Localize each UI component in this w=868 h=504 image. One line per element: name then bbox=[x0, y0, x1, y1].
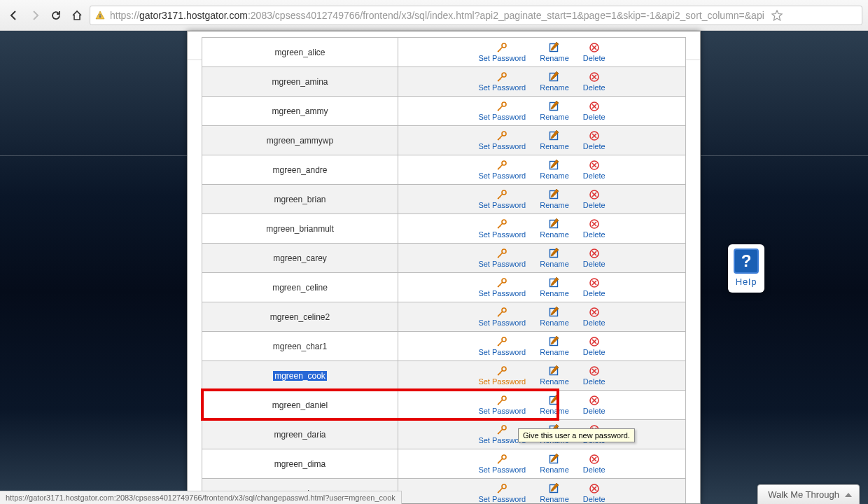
set-password-label: Set Password bbox=[478, 260, 526, 268]
set-password-link[interactable]: Set Password bbox=[478, 101, 526, 121]
delete-link[interactable]: Delete bbox=[583, 71, 606, 92]
set-password-label: Set Password bbox=[478, 54, 526, 62]
rename-link[interactable]: Rename bbox=[540, 365, 569, 386]
set-password-link[interactable]: Set Password bbox=[478, 365, 526, 386]
bookmark-star-icon[interactable] bbox=[769, 7, 785, 24]
set-password-label: Set Password bbox=[478, 289, 526, 298]
edit-icon bbox=[549, 101, 560, 112]
rename-label: Rename bbox=[540, 201, 569, 209]
set-password-link[interactable]: Set Password bbox=[478, 248, 526, 268]
delete-label: Delete bbox=[583, 54, 606, 62]
set-password-link[interactable]: Set Password bbox=[478, 160, 526, 180]
rename-link[interactable]: Rename bbox=[540, 248, 569, 268]
table-row: mgreen_aliceSet PasswordRenameDelete bbox=[202, 38, 686, 67]
delete-link[interactable]: Delete bbox=[583, 395, 606, 415]
rename-link[interactable]: Rename bbox=[540, 71, 569, 92]
username-text: mgreen_daniel bbox=[272, 400, 328, 410]
username-text: mgreen_carey bbox=[273, 253, 327, 263]
delete-link[interactable]: Delete bbox=[583, 189, 606, 209]
rename-link[interactable]: Rename bbox=[540, 189, 569, 209]
help-widget[interactable]: ? Help bbox=[728, 244, 764, 293]
rename-link[interactable]: Rename bbox=[540, 130, 569, 150]
set-password-link[interactable]: Set Password bbox=[478, 454, 526, 474]
set-password-link[interactable]: Set Password bbox=[478, 218, 526, 239]
delete-icon bbox=[589, 71, 600, 83]
set-password-label: Set Password bbox=[478, 407, 526, 415]
delete-link[interactable]: Delete bbox=[583, 218, 606, 239]
url-text: https://gator3171.hostgator.com:2083/cps… bbox=[110, 10, 764, 21]
username-text: mgreen_ammywp bbox=[267, 136, 333, 146]
actions-cell: Set PasswordRenameDelete bbox=[398, 97, 686, 126]
delete-link[interactable]: Delete bbox=[583, 365, 606, 386]
set-password-link[interactable]: Set Password bbox=[478, 395, 526, 415]
rename-label: Rename bbox=[540, 172, 569, 180]
rename-link[interactable]: Rename bbox=[540, 160, 569, 180]
rename-link[interactable]: Rename bbox=[540, 277, 569, 298]
username-cell: mgreen_char1 bbox=[202, 332, 398, 361]
set-password-link[interactable]: Set Password bbox=[478, 336, 526, 356]
delete-icon bbox=[589, 483, 600, 494]
delete-link[interactable]: Delete bbox=[583, 101, 606, 121]
actions-cell: Set PasswordRenameDelete bbox=[398, 38, 686, 67]
set-password-link[interactable]: Set Password bbox=[478, 483, 526, 503]
set-password-label: Set Password bbox=[478, 201, 526, 209]
rename-link[interactable]: Rename bbox=[540, 307, 569, 327]
key-icon bbox=[496, 189, 507, 200]
delete-link[interactable]: Delete bbox=[583, 454, 606, 474]
rename-link[interactable]: Rename bbox=[540, 395, 569, 415]
rename-link[interactable]: Rename bbox=[540, 42, 569, 62]
delete-link[interactable]: Delete bbox=[583, 336, 606, 356]
rename-link[interactable]: Rename bbox=[540, 101, 569, 121]
username-text: mgreen_celine2 bbox=[270, 312, 330, 322]
set-password-label: Set Password bbox=[478, 142, 526, 150]
rename-label: Rename bbox=[540, 465, 569, 474]
set-password-label: Set Password bbox=[478, 318, 526, 327]
set-password-link[interactable]: Set Password bbox=[478, 71, 526, 92]
delete-label: Delete bbox=[583, 83, 606, 92]
set-password-link[interactable]: Set Password bbox=[478, 189, 526, 209]
username-cell: mgreen_celine bbox=[202, 273, 398, 302]
delete-link[interactable]: Delete bbox=[583, 130, 606, 150]
key-icon bbox=[496, 160, 507, 171]
rename-link[interactable]: Rename bbox=[540, 218, 569, 239]
delete-icon bbox=[589, 336, 600, 347]
delete-label: Delete bbox=[583, 172, 606, 180]
rename-link[interactable]: Rename bbox=[540, 454, 569, 474]
delete-link[interactable]: Delete bbox=[583, 248, 606, 268]
back-button[interactable] bbox=[6, 7, 22, 24]
rename-link[interactable]: Rename bbox=[540, 336, 569, 356]
rename-label: Rename bbox=[540, 495, 569, 503]
delete-link[interactable]: Delete bbox=[583, 277, 606, 298]
delete-link[interactable]: Delete bbox=[583, 160, 606, 180]
delete-link[interactable]: Delete bbox=[583, 42, 606, 62]
set-password-link[interactable]: Set Password bbox=[478, 130, 526, 150]
actions-cell: Set PasswordRenameDelete bbox=[398, 67, 686, 97]
home-button[interactable] bbox=[69, 7, 85, 24]
rename-label: Rename bbox=[540, 230, 569, 239]
walk-me-through-button[interactable]: Walk Me Through bbox=[757, 484, 860, 504]
set-password-link[interactable]: Set Password bbox=[478, 307, 526, 327]
actions-cell: Set PasswordRenameDelete bbox=[398, 214, 686, 244]
username-text: mgreen_dima bbox=[274, 459, 326, 469]
status-bar: https://gator3171.hostgator.com:2083/cps… bbox=[0, 491, 402, 504]
delete-label: Delete bbox=[583, 465, 606, 474]
reload-button[interactable] bbox=[48, 7, 64, 24]
table-row: mgreen_danielSet PasswordRenameDelete bbox=[202, 391, 686, 420]
set-password-label: Set Password bbox=[478, 465, 526, 474]
delete-label: Delete bbox=[583, 377, 606, 386]
username-cell: mgreen_amina bbox=[202, 67, 398, 97]
delete-icon bbox=[589, 189, 600, 200]
actions-cell: Set PasswordRenameDelete bbox=[398, 361, 686, 391]
help-label: Help bbox=[731, 276, 762, 287]
rename-label: Rename bbox=[540, 113, 569, 121]
address-bar[interactable]: https://gator3171.hostgator.com:2083/cps… bbox=[90, 6, 862, 25]
tooltip: Give this user a new password. bbox=[518, 428, 635, 442]
set-password-link[interactable]: Set Password bbox=[478, 277, 526, 298]
username-cell: mgreen_daria bbox=[202, 420, 398, 449]
rename-link[interactable]: Rename bbox=[540, 483, 569, 503]
delete-link[interactable]: Delete bbox=[583, 307, 606, 327]
delete-link[interactable]: Delete bbox=[583, 483, 606, 503]
forward-button[interactable] bbox=[27, 7, 43, 24]
set-password-label: Set Password bbox=[478, 230, 526, 239]
set-password-link[interactable]: Set Password bbox=[478, 42, 526, 62]
